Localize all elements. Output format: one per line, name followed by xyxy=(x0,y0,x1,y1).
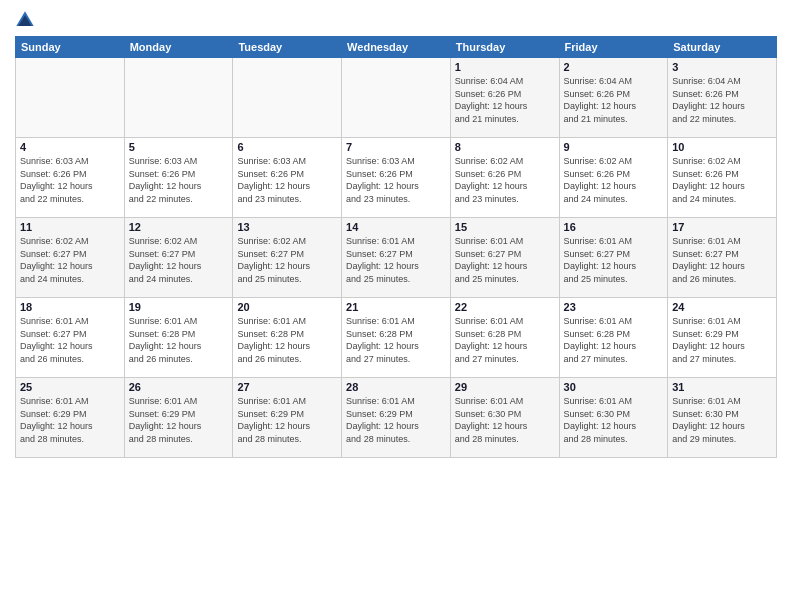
calendar-cell: 7Sunrise: 6:03 AM Sunset: 6:26 PM Daylig… xyxy=(342,138,451,218)
calendar-cell: 22Sunrise: 6:01 AM Sunset: 6:28 PM Dayli… xyxy=(450,298,559,378)
day-number: 12 xyxy=(129,221,229,233)
calendar-cell: 6Sunrise: 6:03 AM Sunset: 6:26 PM Daylig… xyxy=(233,138,342,218)
day-info: Sunrise: 6:02 AM Sunset: 6:26 PM Dayligh… xyxy=(564,155,664,205)
calendar-cell xyxy=(124,58,233,138)
calendar-cell: 21Sunrise: 6:01 AM Sunset: 6:28 PM Dayli… xyxy=(342,298,451,378)
day-number: 7 xyxy=(346,141,446,153)
calendar-cell xyxy=(342,58,451,138)
day-info: Sunrise: 6:02 AM Sunset: 6:27 PM Dayligh… xyxy=(129,235,229,285)
day-info: Sunrise: 6:02 AM Sunset: 6:27 PM Dayligh… xyxy=(20,235,120,285)
day-info: Sunrise: 6:01 AM Sunset: 6:27 PM Dayligh… xyxy=(672,235,772,285)
day-info: Sunrise: 6:03 AM Sunset: 6:26 PM Dayligh… xyxy=(20,155,120,205)
day-info: Sunrise: 6:01 AM Sunset: 6:29 PM Dayligh… xyxy=(129,395,229,445)
day-info: Sunrise: 6:01 AM Sunset: 6:28 PM Dayligh… xyxy=(237,315,337,365)
day-info: Sunrise: 6:02 AM Sunset: 6:26 PM Dayligh… xyxy=(672,155,772,205)
weekday-header-thursday: Thursday xyxy=(450,37,559,58)
day-info: Sunrise: 6:01 AM Sunset: 6:30 PM Dayligh… xyxy=(564,395,664,445)
day-info: Sunrise: 6:01 AM Sunset: 6:27 PM Dayligh… xyxy=(455,235,555,285)
calendar-cell: 9Sunrise: 6:02 AM Sunset: 6:26 PM Daylig… xyxy=(559,138,668,218)
calendar-cell: 24Sunrise: 6:01 AM Sunset: 6:29 PM Dayli… xyxy=(668,298,777,378)
calendar-cell: 13Sunrise: 6:02 AM Sunset: 6:27 PM Dayli… xyxy=(233,218,342,298)
day-info: Sunrise: 6:03 AM Sunset: 6:26 PM Dayligh… xyxy=(129,155,229,205)
day-info: Sunrise: 6:01 AM Sunset: 6:29 PM Dayligh… xyxy=(346,395,446,445)
page: SundayMondayTuesdayWednesdayThursdayFrid… xyxy=(0,0,792,612)
header xyxy=(15,10,777,30)
day-info: Sunrise: 6:02 AM Sunset: 6:27 PM Dayligh… xyxy=(237,235,337,285)
day-info: Sunrise: 6:01 AM Sunset: 6:27 PM Dayligh… xyxy=(346,235,446,285)
weekday-header-monday: Monday xyxy=(124,37,233,58)
day-number: 30 xyxy=(564,381,664,393)
day-number: 14 xyxy=(346,221,446,233)
calendar-cell: 15Sunrise: 6:01 AM Sunset: 6:27 PM Dayli… xyxy=(450,218,559,298)
day-number: 16 xyxy=(564,221,664,233)
day-info: Sunrise: 6:01 AM Sunset: 6:29 PM Dayligh… xyxy=(20,395,120,445)
day-number: 31 xyxy=(672,381,772,393)
day-info: Sunrise: 6:02 AM Sunset: 6:26 PM Dayligh… xyxy=(455,155,555,205)
calendar-body: 1Sunrise: 6:04 AM Sunset: 6:26 PM Daylig… xyxy=(16,58,777,458)
calendar-cell: 11Sunrise: 6:02 AM Sunset: 6:27 PM Dayli… xyxy=(16,218,125,298)
calendar-cell: 1Sunrise: 6:04 AM Sunset: 6:26 PM Daylig… xyxy=(450,58,559,138)
calendar-week-2: 4Sunrise: 6:03 AM Sunset: 6:26 PM Daylig… xyxy=(16,138,777,218)
calendar-cell: 10Sunrise: 6:02 AM Sunset: 6:26 PM Dayli… xyxy=(668,138,777,218)
day-info: Sunrise: 6:01 AM Sunset: 6:28 PM Dayligh… xyxy=(346,315,446,365)
calendar-cell: 2Sunrise: 6:04 AM Sunset: 6:26 PM Daylig… xyxy=(559,58,668,138)
calendar-cell: 5Sunrise: 6:03 AM Sunset: 6:26 PM Daylig… xyxy=(124,138,233,218)
calendar-table: SundayMondayTuesdayWednesdayThursdayFrid… xyxy=(15,36,777,458)
calendar-cell: 29Sunrise: 6:01 AM Sunset: 6:30 PM Dayli… xyxy=(450,378,559,458)
calendar-header: SundayMondayTuesdayWednesdayThursdayFrid… xyxy=(16,37,777,58)
day-number: 23 xyxy=(564,301,664,313)
day-number: 25 xyxy=(20,381,120,393)
weekday-row: SundayMondayTuesdayWednesdayThursdayFrid… xyxy=(16,37,777,58)
calendar-cell: 17Sunrise: 6:01 AM Sunset: 6:27 PM Dayli… xyxy=(668,218,777,298)
calendar-cell: 18Sunrise: 6:01 AM Sunset: 6:27 PM Dayli… xyxy=(16,298,125,378)
day-number: 20 xyxy=(237,301,337,313)
calendar-cell xyxy=(233,58,342,138)
day-number: 22 xyxy=(455,301,555,313)
weekday-header-sunday: Sunday xyxy=(16,37,125,58)
day-info: Sunrise: 6:01 AM Sunset: 6:27 PM Dayligh… xyxy=(20,315,120,365)
calendar-cell: 31Sunrise: 6:01 AM Sunset: 6:30 PM Dayli… xyxy=(668,378,777,458)
day-number: 21 xyxy=(346,301,446,313)
calendar-cell: 3Sunrise: 6:04 AM Sunset: 6:26 PM Daylig… xyxy=(668,58,777,138)
day-number: 8 xyxy=(455,141,555,153)
weekday-header-saturday: Saturday xyxy=(668,37,777,58)
calendar-cell: 25Sunrise: 6:01 AM Sunset: 6:29 PM Dayli… xyxy=(16,378,125,458)
weekday-header-tuesday: Tuesday xyxy=(233,37,342,58)
day-info: Sunrise: 6:01 AM Sunset: 6:29 PM Dayligh… xyxy=(237,395,337,445)
calendar-cell: 23Sunrise: 6:01 AM Sunset: 6:28 PM Dayli… xyxy=(559,298,668,378)
calendar-cell: 28Sunrise: 6:01 AM Sunset: 6:29 PM Dayli… xyxy=(342,378,451,458)
calendar-cell: 20Sunrise: 6:01 AM Sunset: 6:28 PM Dayli… xyxy=(233,298,342,378)
day-number: 4 xyxy=(20,141,120,153)
day-number: 28 xyxy=(346,381,446,393)
day-number: 15 xyxy=(455,221,555,233)
day-number: 10 xyxy=(672,141,772,153)
weekday-header-friday: Friday xyxy=(559,37,668,58)
day-info: Sunrise: 6:01 AM Sunset: 6:27 PM Dayligh… xyxy=(564,235,664,285)
calendar-cell: 27Sunrise: 6:01 AM Sunset: 6:29 PM Dayli… xyxy=(233,378,342,458)
day-number: 5 xyxy=(129,141,229,153)
day-info: Sunrise: 6:03 AM Sunset: 6:26 PM Dayligh… xyxy=(346,155,446,205)
day-info: Sunrise: 6:04 AM Sunset: 6:26 PM Dayligh… xyxy=(672,75,772,125)
day-number: 2 xyxy=(564,61,664,73)
day-number: 27 xyxy=(237,381,337,393)
calendar-cell: 14Sunrise: 6:01 AM Sunset: 6:27 PM Dayli… xyxy=(342,218,451,298)
day-info: Sunrise: 6:01 AM Sunset: 6:28 PM Dayligh… xyxy=(564,315,664,365)
day-info: Sunrise: 6:01 AM Sunset: 6:28 PM Dayligh… xyxy=(129,315,229,365)
logo xyxy=(15,10,37,30)
day-info: Sunrise: 6:01 AM Sunset: 6:30 PM Dayligh… xyxy=(455,395,555,445)
day-info: Sunrise: 6:01 AM Sunset: 6:28 PM Dayligh… xyxy=(455,315,555,365)
calendar-week-4: 18Sunrise: 6:01 AM Sunset: 6:27 PM Dayli… xyxy=(16,298,777,378)
day-number: 29 xyxy=(455,381,555,393)
day-info: Sunrise: 6:04 AM Sunset: 6:26 PM Dayligh… xyxy=(564,75,664,125)
weekday-header-wednesday: Wednesday xyxy=(342,37,451,58)
day-info: Sunrise: 6:01 AM Sunset: 6:29 PM Dayligh… xyxy=(672,315,772,365)
calendar-week-3: 11Sunrise: 6:02 AM Sunset: 6:27 PM Dayli… xyxy=(16,218,777,298)
calendar-cell: 19Sunrise: 6:01 AM Sunset: 6:28 PM Dayli… xyxy=(124,298,233,378)
day-number: 9 xyxy=(564,141,664,153)
calendar-week-5: 25Sunrise: 6:01 AM Sunset: 6:29 PM Dayli… xyxy=(16,378,777,458)
calendar-cell: 8Sunrise: 6:02 AM Sunset: 6:26 PM Daylig… xyxy=(450,138,559,218)
day-number: 18 xyxy=(20,301,120,313)
day-number: 24 xyxy=(672,301,772,313)
calendar-cell xyxy=(16,58,125,138)
day-number: 19 xyxy=(129,301,229,313)
